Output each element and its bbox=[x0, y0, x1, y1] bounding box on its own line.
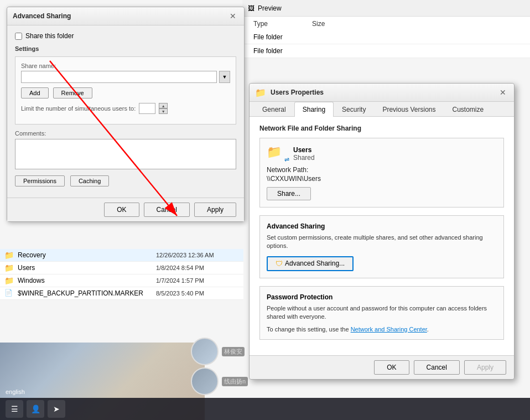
shared-status: Shared bbox=[293, 154, 315, 162]
network-path-label: Network Path: bbox=[267, 166, 497, 174]
table-row[interactable]: 📄 $WINRE_BACKUP_PARTITION.MARKER 8/5/202… bbox=[0, 287, 243, 300]
dropdown-arrow[interactable]: ▼ bbox=[219, 71, 230, 83]
password-section: Password Protection People without a use… bbox=[259, 286, 504, 340]
user1-avatar[interactable] bbox=[191, 338, 219, 365]
preview-area: 🖼 Preview bbox=[242, 0, 530, 17]
password-title: Password Protection bbox=[267, 293, 497, 301]
tab-general[interactable]: General bbox=[254, 102, 294, 117]
folder-icon: 📁 bbox=[4, 276, 14, 285]
file-icon: 📄 bbox=[4, 289, 14, 298]
nav-button[interactable]: ➤ bbox=[48, 400, 65, 418]
tabs-bar: General Sharing Security Previous Versio… bbox=[250, 102, 514, 117]
table-row[interactable]: 📁 Recovery 12/26/2023 12:36 AM bbox=[0, 249, 243, 262]
close-button[interactable]: ✕ bbox=[227, 11, 238, 22]
network-sharing-center-link[interactable]: Network and Sharing Center bbox=[351, 326, 427, 333]
user1-row: 林俊安 bbox=[191, 338, 248, 365]
folder-icon: 📁 bbox=[267, 145, 282, 159]
apply-button[interactable]: Apply bbox=[194, 203, 236, 217]
user2-name: 线由扬n bbox=[222, 377, 248, 386]
close-button[interactable]: ✕ bbox=[497, 87, 508, 98]
file-date: 12/26/2023 12:36 AM bbox=[156, 252, 239, 258]
settings-box: Share name: ▼ Add Remove Limit the numbe… bbox=[15, 56, 236, 125]
file-date: 8/5/2023 5:40 PM bbox=[156, 290, 239, 297]
advanced-sharing-dialog: Advanced Sharing ✕ Share this folder Set… bbox=[7, 7, 245, 222]
preview-label: Preview bbox=[258, 4, 282, 12]
tab-previous-versions[interactable]: Previous Versions bbox=[374, 102, 444, 117]
menu-button[interactable]: ☰ bbox=[6, 400, 23, 418]
type-header: Type bbox=[253, 20, 268, 28]
comments-label: Comments: bbox=[15, 130, 236, 137]
adv-sharing-btn-label: Advanced Sharing... bbox=[285, 260, 345, 267]
network-sharing-heading: Network File and Folder Sharing bbox=[259, 125, 504, 132]
props-titlebar: 📁 Users Properties ✕ bbox=[250, 84, 514, 102]
file-folder-label-1: File folder bbox=[253, 33, 283, 41]
share-name-input[interactable] bbox=[21, 71, 217, 83]
advanced-sharing-button[interactable]: 🛡 Advanced Sharing... bbox=[267, 256, 354, 271]
add-button[interactable]: Add bbox=[21, 87, 49, 98]
ok-button[interactable]: OK bbox=[104, 203, 139, 217]
file-name: Recovery bbox=[18, 251, 156, 259]
folder-row-2: File folder bbox=[242, 44, 530, 58]
file-name: $WINRE_BACKUP_PARTITION.MARKER bbox=[18, 289, 156, 297]
users-properties-dialog: 📁 Users Properties ✕ General Sharing Sec… bbox=[249, 83, 515, 380]
table-row[interactable]: 📁 Users 1/8/2024 8:54 PM bbox=[0, 262, 243, 274]
user-button[interactable]: 👤 bbox=[27, 400, 44, 418]
limit-input[interactable] bbox=[139, 103, 155, 114]
tab-content-sharing: Network File and Folder Sharing 📁 ⇌ User… bbox=[250, 117, 514, 355]
dialog-body: Share this folder Settings Share name: ▼… bbox=[7, 25, 244, 198]
language-label: english bbox=[6, 388, 25, 395]
shared-folder-name: Users bbox=[293, 146, 315, 154]
folder-icon: 📁 bbox=[4, 251, 14, 260]
menu-icon: ☰ bbox=[11, 405, 18, 413]
shared-folder-icon: 📁 ⇌ bbox=[267, 145, 288, 163]
user2-row: 线由扬n bbox=[191, 367, 248, 395]
caching-button[interactable]: Caching bbox=[70, 175, 109, 186]
file-name: Users bbox=[18, 264, 156, 272]
tab-customize[interactable]: Customize bbox=[444, 102, 492, 117]
cancel-button[interactable]: Cancel bbox=[414, 360, 460, 375]
user-icon: 👤 bbox=[31, 405, 40, 413]
dialog-titlebar: Advanced Sharing ✕ bbox=[7, 7, 244, 25]
folder-icon: 📁 bbox=[4, 263, 14, 272]
table-row[interactable]: 📁 Windows 1/7/2024 1:57 PM bbox=[0, 274, 243, 287]
share-this-folder-row: Share this folder bbox=[15, 32, 236, 40]
file-list: 📁 Recovery 12/26/2023 12:36 AM 📁 Users 1… bbox=[0, 249, 243, 300]
props-footer: OK Cancel Apply bbox=[250, 355, 514, 379]
password-desc: People without a user account and passwo… bbox=[267, 304, 497, 322]
size-header: Size bbox=[312, 20, 325, 28]
dialog-title: Users Properties bbox=[271, 89, 493, 96]
ok-button[interactable]: OK bbox=[374, 360, 409, 375]
nav-icon: ➤ bbox=[53, 405, 60, 413]
remove-button[interactable]: Remove bbox=[53, 87, 92, 98]
share-button[interactable]: Share... bbox=[267, 187, 311, 200]
share-name-input-row: ▼ bbox=[21, 71, 230, 83]
limit-row: Limit the number of simultaneous users t… bbox=[21, 103, 230, 114]
permissions-button[interactable]: Permissions bbox=[15, 175, 65, 186]
tab-security[interactable]: Security bbox=[334, 102, 374, 117]
dialog-title: Advanced Sharing bbox=[13, 12, 71, 20]
preview-icon: 🖼 bbox=[248, 4, 254, 12]
share-arrows-icon: ⇌ bbox=[284, 156, 289, 163]
network-path-value: \\CXXUWIN\Users bbox=[267, 175, 497, 183]
share-this-folder-checkbox[interactable] bbox=[15, 33, 22, 40]
apply-button[interactable]: Apply bbox=[464, 360, 506, 375]
spinner-up[interactable]: ▲ bbox=[159, 103, 168, 108]
shared-info: Users Shared bbox=[293, 146, 315, 162]
share-name-label-text: Share name: bbox=[21, 63, 230, 69]
folder-icon: 📁 bbox=[255, 87, 266, 97]
file-date: 1/7/2024 1:57 PM bbox=[156, 277, 239, 284]
user2-avatar[interactable] bbox=[191, 367, 219, 395]
user1-name: 林俊安 bbox=[222, 347, 245, 356]
spinner-down[interactable]: ▼ bbox=[159, 108, 168, 114]
advanced-sharing-section: Advanced Sharing Set custom permissions,… bbox=[259, 215, 504, 278]
taskbar: ☰ 👤 ➤ bbox=[0, 398, 530, 420]
adv-sharing-title: Advanced Sharing bbox=[267, 222, 497, 230]
dialog-footer: OK Cancel Apply bbox=[7, 198, 244, 221]
comments-textarea[interactable] bbox=[15, 139, 236, 169]
tab-sharing[interactable]: Sharing bbox=[294, 102, 334, 117]
folder-row-1: File folder bbox=[242, 30, 530, 44]
cancel-button[interactable]: Cancel bbox=[144, 203, 190, 217]
shield-icon: 🛡 bbox=[276, 260, 283, 268]
file-name: Windows bbox=[18, 277, 156, 284]
adv-sharing-desc: Set custom permissions, create multiple … bbox=[267, 234, 497, 251]
